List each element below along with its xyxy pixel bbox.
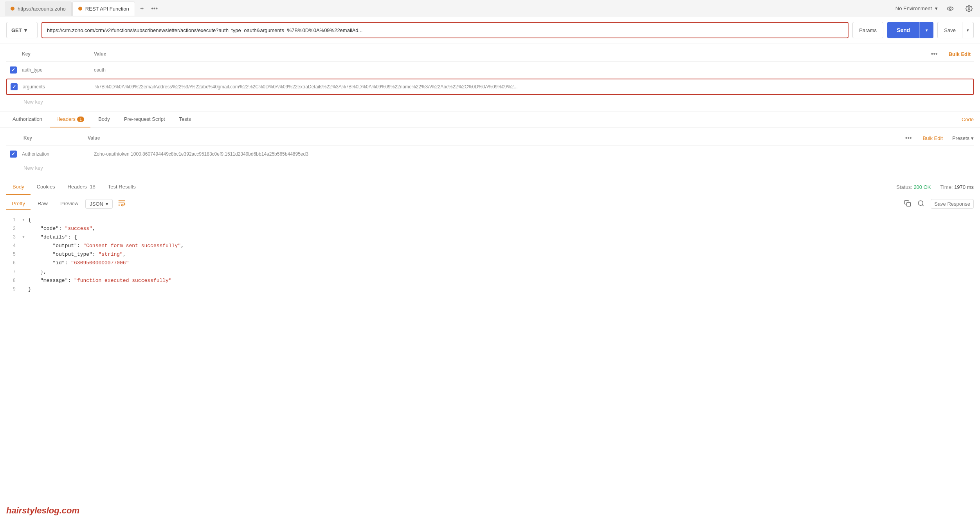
param-row1-key[interactable]: auth_type xyxy=(20,67,91,73)
response-status-bar: Status: 200 OK Time: 1970 ms xyxy=(896,184,974,190)
format-chevron-icon: ▾ xyxy=(106,201,108,207)
response-sub-tab-pretty[interactable]: Pretty xyxy=(6,198,31,210)
params-bulk-edit-button[interactable]: Bulk Edit xyxy=(946,50,974,59)
env-chevron-icon: ▾ xyxy=(935,5,938,11)
send-dropdown-button[interactable]: ▾ xyxy=(919,22,933,38)
footer: hairstyleslog.com xyxy=(6,506,79,516)
collapse-1[interactable]: ▾ xyxy=(22,216,28,224)
code-line-1: 1 ▾ { xyxy=(0,216,980,224)
svg-line-7 xyxy=(922,204,924,206)
response-section: Body Cookies Headers 18 Test Results Sta… xyxy=(0,179,980,297)
params-more-icon[interactable]: ••• xyxy=(930,49,939,59)
tab-bar: https://accounts.zoho REST API Function … xyxy=(0,0,980,17)
table-row: auth_type oauth xyxy=(6,61,974,78)
headers-new-key-placeholder[interactable]: New key xyxy=(6,165,43,171)
env-label: No Environment xyxy=(895,5,932,11)
tab-authorization-label: Authorization xyxy=(13,116,42,122)
code-line-4: 4 "output": "Consent form sent successfu… xyxy=(0,242,980,250)
tab-body[interactable]: Body xyxy=(92,111,116,127)
params-table-header: Key Value ••• Bulk Edit xyxy=(6,47,974,61)
method-selector[interactable]: GET ▾ xyxy=(6,22,38,38)
svg-point-2 xyxy=(968,7,970,9)
headers-section: Key Value ••• Bulk Edit Presets ▾ Author… xyxy=(0,127,980,177)
params-value-header: Value xyxy=(91,51,930,57)
headers-key-header: Key xyxy=(6,135,85,141)
param-row1-value[interactable]: oauth xyxy=(91,67,974,73)
status-label: Status: 200 OK xyxy=(896,184,931,190)
response-actions: Save Response xyxy=(904,199,974,209)
param-row2-key[interactable]: arguments xyxy=(21,84,92,90)
response-tab-cookies[interactable]: Cookies xyxy=(31,179,61,195)
svg-rect-5 xyxy=(907,202,911,206)
headers-new-row: New key xyxy=(6,162,974,174)
time-label: Time: 1970 ms xyxy=(940,184,974,190)
headers-presets-button[interactable]: Presets ▾ xyxy=(952,135,974,141)
send-button-group: Send ▾ xyxy=(887,22,933,38)
response-sub-tab-raw[interactable]: Raw xyxy=(32,198,53,210)
code-link[interactable]: Code xyxy=(962,117,974,122)
tab-headers-label: Headers xyxy=(56,116,76,122)
code-line-5: 5 "output_type": "string", xyxy=(0,250,980,259)
response-tab-body[interactable]: Body xyxy=(6,179,31,195)
response-tabs-bar: Body Cookies Headers 18 Test Results Sta… xyxy=(0,179,980,195)
headers-value-header: Value xyxy=(85,135,904,141)
tab-bar-right: No Environment ▾ xyxy=(895,2,975,15)
param-row1-checkbox[interactable] xyxy=(10,66,17,74)
header-row1-key[interactable]: Authorization xyxy=(20,151,91,157)
format-selector[interactable]: JSON ▾ xyxy=(85,199,113,209)
env-selector[interactable]: No Environment ▾ xyxy=(895,5,938,11)
header-row1-checkbox[interactable] xyxy=(10,151,17,158)
tab-tests-label: Tests xyxy=(179,116,191,122)
code-line-6: 6 "id": "63095000000077006" xyxy=(0,259,980,267)
code-line-2: 2 "code": "success", xyxy=(0,224,980,233)
settings-icon[interactable] xyxy=(963,2,975,15)
more-tabs-button[interactable]: ••• xyxy=(148,2,161,15)
tab-pre-request[interactable]: Pre-request Script xyxy=(118,111,171,127)
response-headers-badge: 18 xyxy=(90,184,95,190)
tab-label-1: https://accounts.zoho xyxy=(18,6,66,12)
response-tab-test-results[interactable]: Test Results xyxy=(102,179,142,195)
search-icon[interactable] xyxy=(917,200,924,208)
headers-badge: 1 xyxy=(77,117,84,122)
headers-more-icon[interactable]: ••• xyxy=(904,133,913,143)
response-tab-headers[interactable]: Headers 18 xyxy=(61,179,102,195)
params-button[interactable]: Params xyxy=(852,22,883,38)
headers-bulk-edit-button[interactable]: Bulk Edit xyxy=(920,134,946,143)
header-row1-value[interactable]: Zoho-oauthtoken 1000.8607494449c8bc1e392… xyxy=(91,151,974,157)
site-name: hairstyleslog.com xyxy=(6,506,79,515)
headers-table-header: Key Value ••• Bulk Edit Presets ▾ xyxy=(6,131,974,145)
params-new-row: New key xyxy=(6,96,974,108)
svg-point-0 xyxy=(948,7,953,10)
url-input-container xyxy=(41,22,848,38)
tab-tests[interactable]: Tests xyxy=(173,111,197,127)
copy-icon[interactable] xyxy=(904,200,911,208)
svg-point-6 xyxy=(918,201,923,205)
method-chevron-icon: ▾ xyxy=(24,27,27,33)
url-input[interactable] xyxy=(47,27,843,33)
param-row2-checkbox[interactable] xyxy=(11,83,18,90)
code-area: 1 ▾ { 2 "code": "success", 3 ▾ "details"… xyxy=(0,213,980,297)
save-button[interactable]: Save xyxy=(937,22,962,38)
request-tabs-nav: Authorization Headers1 Body Pre-request … xyxy=(0,111,980,127)
save-response-button[interactable]: Save Response xyxy=(931,199,974,209)
param-row2-value[interactable]: %7B%0D%0A%09%22emailAddress%22%3A%22abc%… xyxy=(92,84,973,90)
code-line-8: 8 "message": "function executed successf… xyxy=(0,276,980,285)
code-line-7: 7 }, xyxy=(0,268,980,276)
response-sub-tab-preview[interactable]: Preview xyxy=(55,198,84,210)
tab-accounts-zoho[interactable]: https://accounts.zoho xyxy=(5,2,72,16)
eye-icon[interactable] xyxy=(944,2,957,15)
response-sub-tabs: Pretty Raw Preview JSON ▾ xyxy=(0,195,980,213)
tab-body-label: Body xyxy=(98,116,110,122)
tab-authorization[interactable]: Authorization xyxy=(6,111,49,127)
new-tab-button[interactable]: + xyxy=(136,2,148,15)
save-dropdown-button[interactable]: ▾ xyxy=(962,22,974,38)
collapse-3[interactable]: ▾ xyxy=(22,233,28,242)
table-row: arguments %7B%0D%0A%09%22emailAddress%22… xyxy=(6,79,974,95)
send-button[interactable]: Send xyxy=(887,22,919,38)
request-bar: GET ▾ Params Send ▾ Save ▾ xyxy=(0,17,980,43)
wrap-icon[interactable] xyxy=(117,199,126,209)
params-new-key-placeholder[interactable]: New key xyxy=(6,99,43,105)
tab-rest-api[interactable]: REST API Function xyxy=(72,2,135,16)
tab-headers[interactable]: Headers1 xyxy=(50,111,90,127)
svg-point-1 xyxy=(949,7,951,9)
